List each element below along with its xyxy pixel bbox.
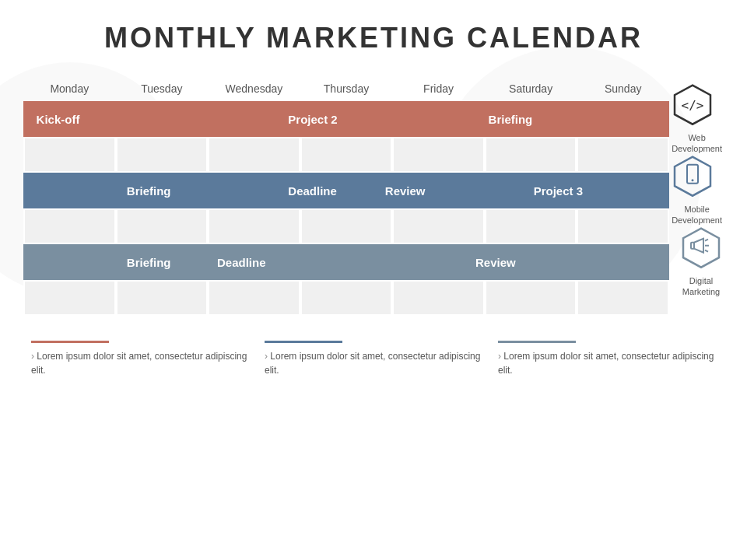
empty-cell-r1-c1 [116, 208, 209, 244]
svg-point-4 [692, 179, 694, 181]
row-section-2: Briefing Deadline Review Project 3 Mobil… [23, 173, 724, 244]
empty-cell-r0-c6 [577, 137, 669, 173]
svg-text:</>: </> [682, 98, 704, 113]
hex-icon-digital [680, 227, 722, 269]
empty-cell-r2-c6 [577, 280, 669, 316]
hex-icon-mobile [672, 156, 714, 198]
svg-rect-7 [691, 243, 694, 249]
empty-cell-r1-c0 [23, 208, 116, 244]
empty-cell-r1-c4 [392, 208, 485, 244]
empty-cell-r1-c5 [485, 208, 577, 244]
row-section-1: Kick-off Project 2 Briefing </> WebDevel… [23, 101, 724, 173]
bar-wrapper-2: Briefing Deadline Review Project 3 Mobil… [23, 173, 669, 208]
badge-digital: DigitalMarketing [680, 227, 722, 298]
empty-cell-r1-c6 [577, 208, 669, 244]
empty-cell-r2-c4 [392, 280, 485, 316]
day-header-wednesday: Wednesday [208, 76, 300, 101]
badge-web-label: WebDevelopment [672, 132, 722, 155]
empty-cell-r2-c2 [208, 280, 300, 316]
svg-marker-6 [694, 239, 703, 253]
empty-cell-r0-c1 [116, 137, 209, 173]
legend-text-2: Lorem ipsum dolor sit amet, consectetur … [265, 349, 482, 377]
bar-row-2: Briefing Deadline Review Project 3 [23, 173, 669, 208]
bar-row-1: Kick-off Project 2 Briefing [23, 101, 669, 137]
calendar-container: MondayTuesdayWednesdayThursdayFridaySatu… [23, 76, 724, 316]
days-header: MondayTuesdayWednesdayThursdayFridaySatu… [23, 76, 669, 101]
svg-line-8 [705, 240, 708, 241]
bar-label-briefing3: Briefing [127, 256, 171, 269]
page-title: MONTHLY MARKETING CALENDAR [0, 0, 747, 54]
legend-line-1 [31, 341, 109, 343]
legend-item-2: Lorem ipsum dolor sit amet, consectetur … [257, 341, 490, 377]
legend-text-1: Lorem ipsum dolor sit amet, consectetur … [31, 349, 249, 377]
row-section-3: Briefing Deadline Review DigitalMarketin… [23, 244, 724, 316]
svg-marker-2 [675, 157, 710, 196]
badge-mobile-label: MobileDevelopment [672, 204, 722, 226]
legend-line-3 [498, 341, 576, 343]
legend-item-3: Lorem ipsum dolor sit amet, consectetur … [490, 341, 724, 377]
bar-label-deadline1: Deadline [288, 184, 337, 198]
bar-label-briefing2: Briefing [127, 184, 171, 198]
day-header-saturday: Saturday [485, 76, 577, 101]
bar-label-project3: Project 3 [534, 184, 583, 198]
day-header-friday: Friday [392, 76, 485, 101]
bar-label-project2: Project 2 [288, 113, 337, 126]
bar-row-3: Briefing Deadline Review [23, 244, 669, 280]
legend-item-1: Lorem ipsum dolor sit amet, consectetur … [23, 341, 257, 377]
empty-cell-r0-c0 [23, 137, 116, 173]
legend-area: Lorem ipsum dolor sit amet, consectetur … [23, 333, 724, 377]
legend-line-2 [265, 341, 342, 343]
bar-label-kickoff: Kick-off [37, 113, 80, 126]
empty-cell-r2-c3 [300, 280, 393, 316]
day-header-sunday: Sunday [577, 76, 669, 101]
empty-cell-r0-c3 [300, 137, 393, 173]
badge-web: </> WebDevelopment [672, 84, 722, 155]
bar-label-deadline2: Deadline [217, 256, 266, 269]
bar-label-briefing1: Briefing [489, 113, 533, 126]
empty-cell-r2-c1 [116, 280, 209, 316]
empty-cell-r0-c4 [392, 137, 485, 173]
hex-icon-web: </> [672, 84, 714, 126]
bar-label-review1: Review [385, 184, 426, 198]
legend-text-3: Lorem ipsum dolor sit amet, consectetur … [498, 349, 716, 377]
bar-wrapper-3: Briefing Deadline Review DigitalMarketin… [23, 244, 669, 280]
day-header-monday: Monday [23, 76, 116, 101]
empty-cell-r0-c2 [208, 137, 300, 173]
empty-cell-r0-c5 [485, 137, 577, 173]
day-header-tuesday: Tuesday [116, 76, 209, 101]
svg-line-10 [705, 250, 708, 252]
badge-digital-label: DigitalMarketing [680, 275, 722, 298]
empty-cell-r1-c2 [208, 208, 300, 244]
empty-cell-r2-c5 [485, 280, 577, 316]
empty-cell-r1-c3 [300, 208, 393, 244]
day-header-thursday: Thursday [300, 76, 393, 101]
bar-label-review2: Review [475, 256, 516, 269]
svg-marker-5 [683, 229, 719, 268]
empty-cell-r2-c0 [23, 280, 116, 316]
badge-mobile: MobileDevelopment [672, 156, 722, 226]
